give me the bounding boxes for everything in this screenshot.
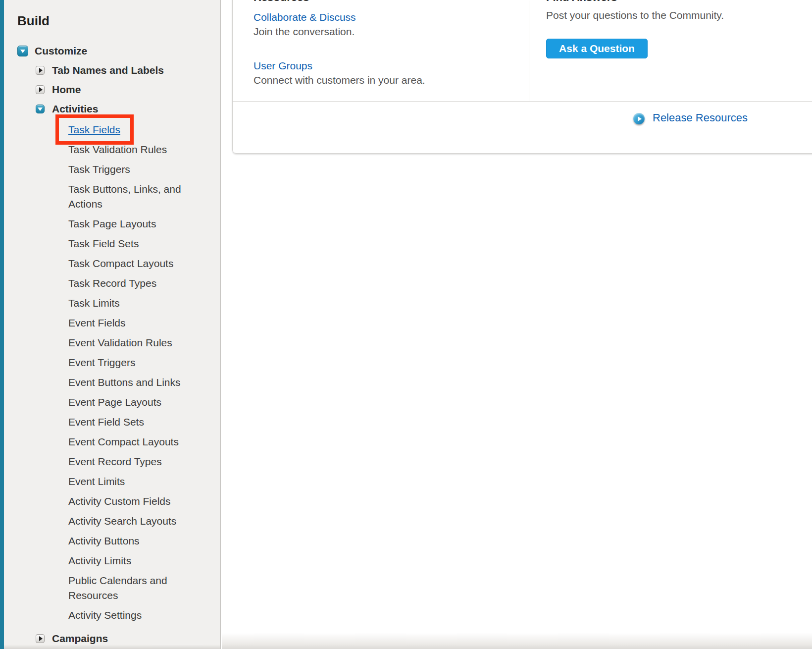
sidebar-tree-leaf-row: Task Buttons, Links, and Actions <box>68 182 196 216</box>
tree-leaf-item[interactable]: Task Compact Layouts <box>68 258 173 269</box>
sidebar-tree-leaf-row: Event Fields <box>68 316 196 335</box>
collapse-node-icon[interactable] <box>36 105 45 113</box>
expand-node-icon[interactable] <box>36 634 45 643</box>
page-bottom-fade <box>222 633 812 649</box>
tree-branch-label[interactable]: Tab Names and Labels <box>52 64 164 76</box>
collapse-node-icon[interactable] <box>17 46 28 56</box>
tree-leaf-item[interactable]: Activity Limits <box>68 555 131 566</box>
sidebar-tree-leaf-row: Activity Custom Fields <box>68 494 196 514</box>
sidebar-tree-leaf-row: Task Validation Rules <box>68 142 196 162</box>
tree-leaf-item[interactable]: Event Limits <box>68 476 125 487</box>
sidebar-tree-leaf-row: Event Validation Rules <box>68 335 196 355</box>
find-answers-heading: Find Answers <box>546 0 617 3</box>
sidebar-tree-leaf-row: Task Record Types <box>68 276 196 296</box>
sidebar-tree-branch-row: Activities <box>4 99 220 118</box>
tree-leaf-item[interactable]: Event Validation Rules <box>68 337 172 348</box>
sidebar-tree-leaf-row: Task Field Sets <box>68 236 196 256</box>
sidebar-tree-branch-row: Customize <box>4 41 220 60</box>
ask-a-question-button[interactable]: Ask a Question <box>546 39 648 58</box>
tree-leaf-link-selected[interactable]: Task Fields <box>68 124 120 135</box>
sidebar-bottom-fade <box>4 645 220 649</box>
play-circle-icon[interactable] <box>633 113 645 124</box>
sidebar-tree-leaf-row: Event Buttons and Links <box>68 375 196 395</box>
tree-leaf-item[interactable]: Event Buttons and Links <box>68 377 180 388</box>
card-footer-divider <box>233 101 812 102</box>
sidebar-tree-leaf-row: Event Page Layouts <box>68 395 196 415</box>
tree-leaf-item[interactable]: Task Validation Rules <box>68 144 167 155</box>
sidebar-tree-leaf-row: Task Limits <box>68 296 196 316</box>
column-divider <box>529 0 529 101</box>
sidebar-tree-leaf-row: Public Calendars and Resources <box>68 573 196 608</box>
sidebar-tree-leaf-row: Event Compact Layouts <box>68 434 196 454</box>
release-resources-link[interactable]: Release Resources <box>653 112 748 123</box>
tree-leaf-item[interactable]: Task Limits <box>68 297 120 309</box>
sidebar-tree-leaf-row: Event Limits <box>68 474 196 494</box>
sidebar-tree-leaf-row: Task Fields <box>68 122 196 142</box>
sidebar-tree: CustomizeTab Names and LabelsHomeActivit… <box>4 41 220 648</box>
user-groups-link[interactable]: User Groups <box>254 60 312 71</box>
sidebar-tree-leaf-row: Activity Limits <box>68 553 196 573</box>
sidebar-tree-leaf-row: Activity Search Layouts <box>68 514 196 534</box>
tree-leaf-item[interactable]: Event Page Layouts <box>68 396 161 408</box>
setup-sidebar: Build CustomizeTab Names and LabelsHomeA… <box>4 0 221 649</box>
tree-leaf-item[interactable]: Event Record Types <box>68 456 162 467</box>
tree-branch-label[interactable]: Campaigns <box>52 633 108 645</box>
expand-node-icon[interactable] <box>36 66 45 75</box>
sidebar-tree-branch-row: Tab Names and Labels <box>4 60 220 80</box>
tree-leaf-item[interactable]: Task Field Sets <box>68 238 139 249</box>
tree-leaf-item[interactable]: Event Triggers <box>68 357 135 368</box>
expand-node-icon[interactable] <box>36 85 45 94</box>
sidebar-tree-branch-row: Home <box>4 80 220 99</box>
sidebar-tree-leaf-row: Event Triggers <box>68 355 196 375</box>
tree-leaf-item[interactable]: Activity Custom Fields <box>68 495 171 507</box>
setup-page: Build CustomizeTab Names and LabelsHomeA… <box>0 0 812 649</box>
tree-leaf-item[interactable]: Task Record Types <box>68 277 156 289</box>
sidebar-tree-leaf-row: Activity Settings <box>68 608 196 628</box>
help-resources-card: Resources Collaborate & Discuss Join the… <box>232 0 812 154</box>
tree-leaf-item[interactable]: Event Fields <box>68 317 126 328</box>
sidebar-tree-leaf-row: Event Record Types <box>68 454 196 474</box>
find-answers-description: Post your questions to the Community. <box>546 10 724 21</box>
user-groups-description: Connect with customers in your area. <box>254 75 425 86</box>
tree-leaf-item[interactable]: Task Page Layouts <box>68 218 156 229</box>
tree-branch-label[interactable]: Activities <box>52 103 98 115</box>
tree-branch-label[interactable]: Customize <box>35 45 87 57</box>
tree-leaf-item[interactable]: Task Triggers <box>68 163 130 175</box>
tree-leaf-item[interactable]: Public Calendars and Resources <box>68 575 167 601</box>
tree-leaf-item[interactable]: Event Field Sets <box>68 416 144 428</box>
accent-strip <box>0 0 4 649</box>
sidebar-tree-leaf-row: Task Triggers <box>68 162 196 182</box>
collaborate-discuss-description: Join the conversation. <box>254 26 355 37</box>
resources-heading: Resources <box>254 0 309 3</box>
collaborate-discuss-link[interactable]: Collaborate & Discuss <box>254 12 356 23</box>
sidebar-tree-leaf-row: Activity Buttons <box>68 534 196 553</box>
sidebar-tree-leaf-row: Task Page Layouts <box>68 216 196 236</box>
tree-branch-label[interactable]: Home <box>52 84 81 96</box>
sidebar-tree-leaf-row: Task Compact Layouts <box>68 256 196 276</box>
tree-leaf-item[interactable]: Task Buttons, Links, and Actions <box>68 183 181 210</box>
sidebar-section-title: Build <box>17 13 220 28</box>
tree-leaf-item[interactable]: Activity Buttons <box>68 535 140 546</box>
tree-leaf-item[interactable]: Activity Settings <box>68 609 142 621</box>
tree-leaf-item[interactable]: Activity Search Layouts <box>68 515 176 527</box>
tree-leaf-item[interactable]: Event Compact Layouts <box>68 436 179 447</box>
sidebar-tree-leaf-row: Event Field Sets <box>68 415 196 434</box>
